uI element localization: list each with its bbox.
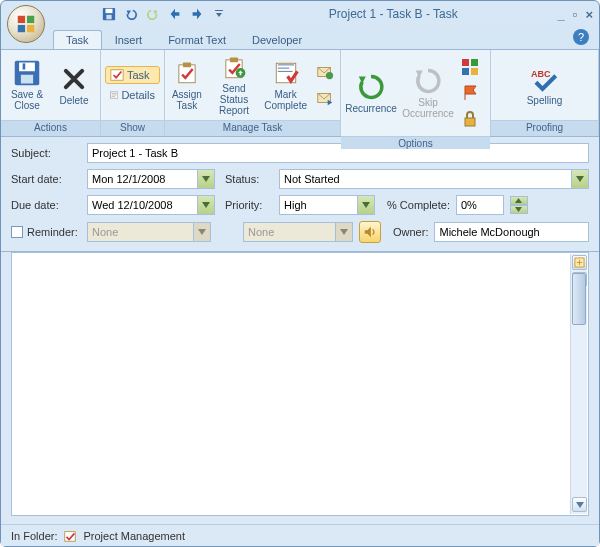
help-icon[interactable]: ? bbox=[573, 29, 589, 45]
office-button[interactable] bbox=[7, 5, 45, 43]
qat-customize-button[interactable] bbox=[209, 4, 229, 24]
task-body-area bbox=[1, 252, 599, 524]
spin-up-icon[interactable] bbox=[510, 196, 528, 205]
private-icon[interactable] bbox=[459, 108, 481, 130]
svg-rect-11 bbox=[23, 63, 26, 69]
show-details-button[interactable]: Details bbox=[105, 86, 160, 104]
assign-task-button[interactable]: Assign Task bbox=[167, 52, 207, 118]
ribbon: Save & Close Delete Actions Task Details bbox=[1, 49, 599, 137]
in-folder-label: In Folder: bbox=[11, 530, 57, 542]
delete-button[interactable]: Delete bbox=[53, 52, 95, 118]
group-label-show: Show bbox=[101, 120, 164, 136]
spin-down-icon[interactable] bbox=[510, 205, 528, 214]
svg-rect-10 bbox=[21, 75, 33, 84]
scroll-options-icon[interactable] bbox=[572, 255, 587, 270]
save-close-button[interactable]: Save & Close bbox=[3, 52, 51, 118]
group-label-options: Options bbox=[341, 136, 490, 149]
options-extra bbox=[457, 52, 483, 134]
group-label-proofing: Proofing bbox=[491, 120, 598, 136]
svg-rect-2 bbox=[18, 25, 25, 32]
svg-rect-1 bbox=[27, 16, 34, 23]
followup-icon[interactable] bbox=[459, 82, 481, 104]
mark-complete-icon bbox=[272, 59, 300, 87]
status-combo[interactable]: Not Started bbox=[279, 169, 589, 189]
svg-rect-26 bbox=[462, 59, 469, 66]
tab-format-text[interactable]: Format Text bbox=[155, 30, 239, 49]
delete-icon bbox=[60, 65, 88, 93]
due-date-combo[interactable]: Wed 12/10/2008 bbox=[87, 195, 215, 215]
reminder-time-combo: None bbox=[243, 222, 353, 242]
chevron-down-icon bbox=[335, 223, 352, 241]
pct-complete-input[interactable]: 0% bbox=[456, 195, 504, 215]
owner-label: Owner: bbox=[393, 226, 428, 238]
group-proofing: ABC Spelling Proofing bbox=[491, 50, 599, 136]
svg-rect-0 bbox=[18, 16, 25, 23]
spelling-button[interactable]: ABC Spelling bbox=[521, 52, 569, 118]
categorize-icon[interactable] bbox=[459, 56, 481, 78]
folder-task-icon bbox=[63, 529, 77, 543]
tab-developer[interactable]: Developer bbox=[239, 30, 315, 49]
pct-complete-label: % Complete: bbox=[387, 199, 450, 211]
subject-input[interactable] bbox=[87, 143, 589, 163]
show-task-button[interactable]: Task bbox=[105, 66, 160, 84]
skip-icon bbox=[414, 67, 442, 95]
chevron-down-icon bbox=[357, 196, 374, 214]
chevron-down-icon bbox=[197, 196, 214, 214]
svg-rect-6 bbox=[106, 15, 111, 19]
svg-point-24 bbox=[326, 72, 333, 79]
close-button[interactable]: × bbox=[585, 7, 593, 22]
task-form: Subject: Start date: Mon 12/1/2008 Statu… bbox=[1, 137, 599, 252]
task-icon bbox=[110, 68, 124, 82]
task-window: Project 1 - Task B - Task _ ▫ × Task Ins… bbox=[0, 0, 600, 547]
qat-redo-button[interactable] bbox=[143, 4, 163, 24]
send-status-report-button[interactable]: Send Status Report bbox=[209, 52, 259, 118]
start-date-combo[interactable]: Mon 12/1/2008 bbox=[87, 169, 215, 189]
qat-next-button[interactable] bbox=[187, 4, 207, 24]
priority-combo[interactable]: High bbox=[279, 195, 375, 215]
group-label-actions: Actions bbox=[1, 120, 100, 136]
minimize-button[interactable]: _ bbox=[558, 7, 565, 22]
reminder-label: Reminder: bbox=[27, 226, 78, 238]
qat-undo-button[interactable] bbox=[121, 4, 141, 24]
quick-access-toolbar bbox=[99, 4, 229, 24]
svg-rect-18 bbox=[183, 62, 191, 67]
tab-insert[interactable]: Insert bbox=[102, 30, 156, 49]
scroll-down-icon[interactable] bbox=[572, 497, 587, 512]
status-bar: In Folder: Project Management bbox=[1, 524, 599, 546]
reminder-checkbox[interactable] bbox=[11, 226, 23, 238]
details-icon bbox=[110, 88, 118, 102]
task-body-textarea[interactable] bbox=[11, 252, 589, 516]
folder-name: Project Management bbox=[83, 530, 185, 542]
subject-label: Subject: bbox=[11, 147, 81, 159]
forward-icon[interactable] bbox=[314, 87, 336, 109]
qat-save-button[interactable] bbox=[99, 4, 119, 24]
reply-icon[interactable] bbox=[314, 61, 336, 83]
chevron-down-icon bbox=[197, 170, 214, 188]
recurrence-button[interactable]: Recurrence bbox=[343, 60, 399, 126]
skip-occurrence-button: Skip Occurrence bbox=[401, 60, 455, 126]
reminder-sound-button[interactable] bbox=[359, 221, 381, 243]
assign-task-icon bbox=[173, 59, 201, 87]
mark-complete-button[interactable]: Mark Complete bbox=[261, 52, 310, 118]
group-label-manage: Manage Task bbox=[165, 120, 340, 136]
maximize-button[interactable]: ▫ bbox=[573, 7, 578, 22]
send-status-icon bbox=[220, 55, 248, 81]
svg-rect-29 bbox=[471, 68, 478, 75]
pct-complete-spinner[interactable] bbox=[510, 196, 528, 214]
title-bar: Project 1 - Task B - Task _ ▫ × bbox=[1, 1, 599, 27]
window-controls: _ ▫ × bbox=[558, 7, 593, 22]
status-label: Status: bbox=[225, 173, 273, 185]
save-icon bbox=[13, 59, 41, 87]
svg-rect-7 bbox=[215, 10, 223, 11]
scroll-thumb[interactable] bbox=[572, 273, 586, 325]
svg-rect-28 bbox=[462, 68, 469, 75]
svg-rect-12 bbox=[111, 70, 123, 81]
svg-rect-3 bbox=[27, 25, 34, 32]
vertical-scrollbar[interactable] bbox=[570, 254, 587, 514]
qat-prev-button[interactable] bbox=[165, 4, 185, 24]
svg-rect-9 bbox=[19, 63, 35, 72]
recurrence-icon bbox=[357, 73, 385, 101]
tab-task[interactable]: Task bbox=[53, 30, 102, 49]
group-actions: Save & Close Delete Actions bbox=[1, 50, 101, 136]
manage-extra bbox=[312, 57, 338, 113]
